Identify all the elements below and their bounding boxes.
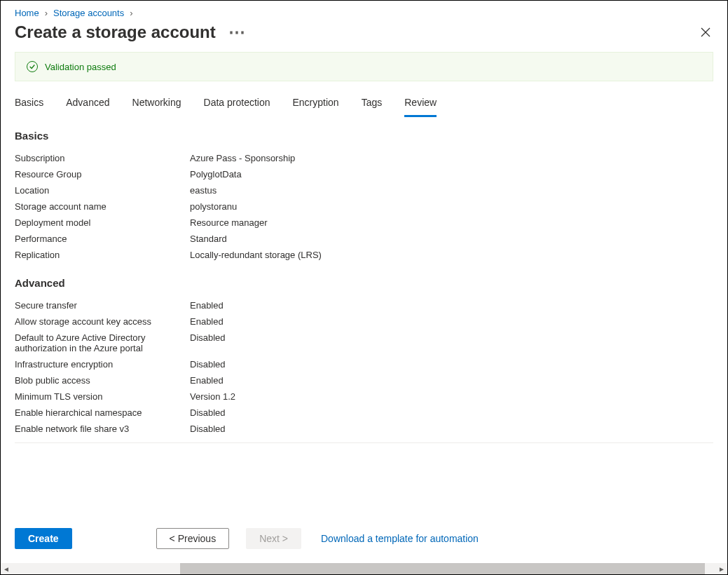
label-resource-group: Resource Group xyxy=(15,169,190,180)
value-secure-transfer: Enabled xyxy=(190,300,224,311)
row-performance: Performance Standard xyxy=(15,231,713,247)
tab-data-protection[interactable]: Data protection xyxy=(204,93,270,117)
close-button[interactable] xyxy=(698,25,713,40)
page-title: Create a storage account ⋯ xyxy=(15,22,247,42)
next-button: Next > xyxy=(246,528,301,549)
chevron-right-icon: › xyxy=(130,8,132,18)
horizontal-scrollbar[interactable]: ◄ ► xyxy=(1,563,727,574)
wizard-footer: Create < Previous Next > Download a temp… xyxy=(1,517,727,563)
label-aad-default: Default to Azure Active Directory author… xyxy=(15,332,190,353)
row-storage-account-name: Storage account name polystoranu xyxy=(15,198,713,215)
value-performance: Standard xyxy=(190,234,227,244)
label-location: Location xyxy=(15,185,190,196)
row-resource-group: Resource Group PolyglotData xyxy=(15,166,713,182)
section-title-advanced: Advanced xyxy=(15,277,713,289)
value-subscription: Azure Pass - Sponsorship xyxy=(190,153,295,163)
value-location: eastus xyxy=(190,185,217,196)
scroll-right-arrow-icon[interactable]: ► xyxy=(716,563,727,574)
value-storage-account-name: polystoranu xyxy=(190,201,237,212)
label-hns: Enable hierarchical namespace xyxy=(15,407,190,418)
scroll-thumb[interactable] xyxy=(180,563,705,574)
value-nfs: Disabled xyxy=(190,424,226,434)
value-key-access: Enabled xyxy=(190,316,224,327)
label-nfs: Enable network file share v3 xyxy=(15,424,190,434)
row-subscription: Subscription Azure Pass - Sponsorship xyxy=(15,150,713,166)
row-deployment-model: Deployment model Resource manager xyxy=(15,215,713,231)
label-storage-account-name: Storage account name xyxy=(15,201,190,212)
value-hns: Disabled xyxy=(190,407,226,418)
review-content-scroll[interactable]: Basics Subscription Azure Pass - Sponsor… xyxy=(1,124,727,517)
value-blob-public: Enabled xyxy=(190,375,224,386)
breadcrumb-home[interactable]: Home xyxy=(15,8,39,18)
row-blob-public: Blob public access Enabled xyxy=(15,372,713,388)
page-title-text: Create a storage account xyxy=(15,22,216,42)
chevron-right-icon: › xyxy=(45,8,48,18)
label-deployment-model: Deployment model xyxy=(15,217,190,228)
tab-networking[interactable]: Networking xyxy=(132,93,181,117)
label-replication: Replication xyxy=(15,250,190,260)
download-template-link[interactable]: Download a template for automation xyxy=(321,533,479,544)
value-infra-encryption: Disabled xyxy=(190,359,226,370)
create-button[interactable]: Create xyxy=(15,528,72,549)
label-tls: Minimum TLS version xyxy=(15,391,190,402)
scroll-left-arrow-icon[interactable]: ◄ xyxy=(1,563,12,574)
label-subscription: Subscription xyxy=(15,153,190,163)
row-nfs: Enable network file share v3 Disabled xyxy=(15,421,713,437)
more-actions-icon[interactable]: ⋯ xyxy=(228,22,247,42)
label-secure-transfer: Secure transfer xyxy=(15,300,190,311)
row-hns: Enable hierarchical namespace Disabled xyxy=(15,405,713,421)
scroll-track[interactable] xyxy=(12,563,716,574)
breadcrumb: Home › Storage accounts › xyxy=(1,1,727,20)
row-tls: Minimum TLS version Version 1.2 xyxy=(15,388,713,405)
label-infra-encryption: Infrastructure encryption xyxy=(15,359,190,370)
tab-basics[interactable]: Basics xyxy=(15,93,43,117)
close-icon xyxy=(701,27,710,37)
value-tls: Version 1.2 xyxy=(190,391,235,402)
previous-button[interactable]: < Previous xyxy=(156,528,230,549)
value-resource-group: PolyglotData xyxy=(190,169,242,180)
tab-advanced[interactable]: Advanced xyxy=(66,93,109,117)
row-infra-encryption: Infrastructure encryption Disabled xyxy=(15,356,713,372)
validation-message: Validation passed xyxy=(45,62,116,72)
value-replication: Locally-redundant storage (LRS) xyxy=(190,250,322,260)
label-performance: Performance xyxy=(15,234,190,244)
label-blob-public: Blob public access xyxy=(15,375,190,386)
row-replication: Replication Locally-redundant storage (L… xyxy=(15,247,713,263)
label-key-access: Allow storage account key access xyxy=(15,316,190,327)
check-circle-icon xyxy=(27,61,38,72)
wizard-tabs: Basics Advanced Networking Data protecti… xyxy=(1,93,727,117)
section-divider xyxy=(15,442,713,443)
value-deployment-model: Resource manager xyxy=(190,217,268,228)
tab-encryption[interactable]: Encryption xyxy=(293,93,339,117)
row-location: Location eastus xyxy=(15,182,713,198)
row-key-access: Allow storage account key access Enabled xyxy=(15,313,713,330)
row-aad-default: Default to Azure Active Directory author… xyxy=(15,330,713,356)
value-aad-default: Disabled xyxy=(190,332,226,343)
section-title-basics: Basics xyxy=(15,130,713,142)
row-secure-transfer: Secure transfer Enabled xyxy=(15,297,713,313)
tab-tags[interactable]: Tags xyxy=(362,93,383,117)
tab-review[interactable]: Review xyxy=(404,93,437,117)
breadcrumb-storage-accounts[interactable]: Storage accounts xyxy=(53,8,124,18)
validation-banner: Validation passed xyxy=(15,52,713,81)
